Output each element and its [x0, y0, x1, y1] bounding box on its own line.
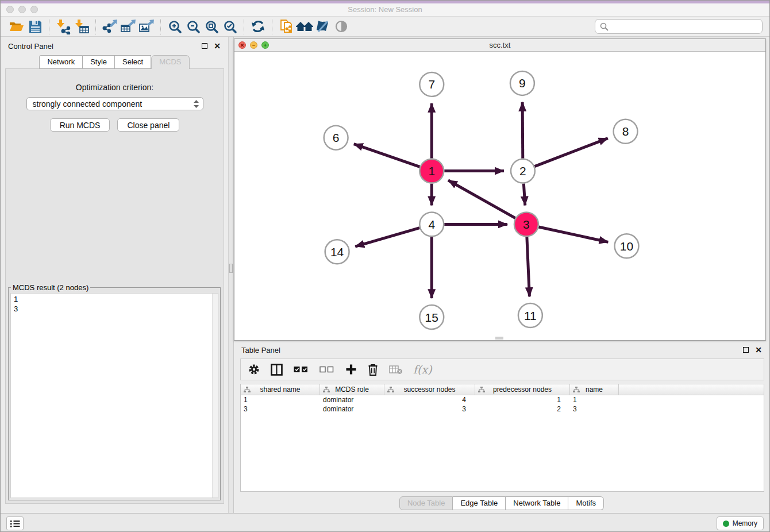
network-graph[interactable]: 7968124314101511 — [234, 52, 765, 340]
network-canvas[interactable]: 7968124314101511 — [234, 52, 765, 340]
network-window-titlebar: ✕ − + scc.txt — [234, 39, 765, 52]
minimize-window-button[interactable] — [18, 6, 26, 13]
open-session-button[interactable] — [7, 18, 26, 35]
table-tab-motifs[interactable]: Motifs — [568, 496, 604, 510]
add-row-button[interactable] — [345, 364, 357, 375]
table-tab-edge-table[interactable]: Edge Table — [453, 496, 506, 510]
panel-splitter[interactable] — [228, 37, 234, 513]
edge-3-10[interactable] — [538, 227, 608, 242]
level-of-detail-button[interactable] — [332, 18, 351, 35]
search-box[interactable] — [595, 19, 763, 34]
toolbar-separator — [160, 19, 161, 34]
import-table-button[interactable] — [72, 18, 91, 35]
table-settings-button[interactable] — [248, 364, 260, 375]
duplicate-network-button[interactable] — [277, 18, 295, 35]
toolbar-separator — [272, 19, 272, 34]
splitter-grip[interactable] — [229, 264, 233, 273]
show-panels-button[interactable] — [6, 516, 24, 530]
cell-shared-name[interactable]: 1 — [241, 395, 320, 404]
trash-icon — [368, 364, 378, 376]
table-tab-network-table[interactable]: Network Table — [506, 496, 568, 510]
column-header-name[interactable]: name — [570, 384, 619, 395]
network-maximize-button[interactable]: + — [261, 41, 269, 49]
optimization-select[interactable]: strongly connected component — [26, 97, 203, 110]
mcds-result-line: 3 — [14, 304, 215, 314]
cell-predecessor-nodes[interactable]: 2 — [475, 404, 570, 414]
table-panel-header: Table Panel ✕ — [234, 342, 769, 357]
cell-name[interactable]: 1 — [570, 395, 619, 404]
import-network-icon — [56, 19, 71, 34]
column-header-predecessor-nodes[interactable]: predecessor nodes — [475, 384, 570, 395]
optimization-select-value: strongly connected component — [33, 99, 143, 109]
cell-name[interactable]: 3 — [570, 404, 619, 414]
column-header-shared-name[interactable]: shared name — [241, 384, 320, 395]
close-window-button[interactable] — [6, 6, 14, 13]
first-neighbors-button[interactable] — [295, 18, 314, 35]
cell-MCDS-role[interactable]: dominator — [320, 404, 384, 414]
hide-graphics-button[interactable] — [314, 18, 332, 35]
export-table-button[interactable] — [119, 18, 137, 35]
delete-row-button[interactable] — [368, 364, 378, 376]
network-close-button[interactable]: ✕ — [238, 41, 246, 49]
table-tab-node-table[interactable]: Node Table — [399, 496, 453, 510]
edge-4-14[interactable] — [355, 228, 419, 247]
control-tab-style[interactable]: Style — [83, 55, 115, 69]
close-table-panel-icon[interactable]: ✕ — [755, 347, 762, 353]
cell-predecessor-nodes[interactable]: 1 — [475, 395, 570, 404]
refresh-view-button[interactable] — [249, 18, 267, 35]
refresh-icon — [251, 19, 265, 34]
export-network-button[interactable] — [101, 18, 119, 35]
save-icon — [29, 20, 42, 33]
cell-shared-name[interactable]: 3 — [241, 404, 320, 414]
control-tab-network[interactable]: Network — [39, 55, 83, 69]
zoom-selected-button[interactable] — [221, 18, 239, 35]
save-session-button[interactable] — [26, 18, 44, 35]
column-header-MCDS-role[interactable]: MCDS role — [320, 384, 384, 395]
search-input[interactable] — [611, 22, 757, 31]
zoom-fit-button[interactable] — [202, 18, 221, 35]
control-tab-mcds[interactable]: MCDS — [151, 55, 189, 69]
table-panel-title: Table Panel — [241, 346, 280, 354]
delete-table-button[interactable] — [389, 365, 402, 374]
column-header-successor-nodes[interactable]: successor nodes — [384, 384, 475, 395]
edge-2-3[interactable] — [523, 184, 525, 206]
run-mcds-button[interactable]: Run MCDS — [50, 118, 110, 132]
mcds-result-box[interactable]: 13 — [10, 293, 218, 498]
zoom-out-button[interactable] — [184, 18, 202, 35]
float-table-panel-icon[interactable] — [743, 347, 749, 353]
float-panel-icon[interactable] — [202, 43, 207, 49]
export-image-button[interactable] — [137, 18, 156, 35]
column-sort-icon — [387, 387, 394, 395]
cell-MCDS-role[interactable]: dominator — [320, 395, 384, 404]
zoom-window-button[interactable] — [30, 6, 38, 13]
table-row[interactable]: 1dominator411 — [241, 395, 764, 404]
result-scrollbar[interactable] — [212, 294, 218, 498]
close-panel-icon[interactable]: ✕ — [214, 43, 221, 49]
deselect-all-button[interactable] — [319, 366, 334, 373]
control-tab-select[interactable]: Select — [115, 55, 151, 69]
mcds-result-title: MCDS result (2 nodes) — [11, 283, 90, 292]
zoom-in-button[interactable] — [165, 18, 184, 35]
table-row[interactable]: 3dominator323 — [241, 404, 764, 414]
import-network-button[interactable] — [54, 18, 72, 35]
function-builder-button[interactable]: f(x) — [413, 363, 432, 376]
network-minimize-button[interactable]: − — [250, 41, 257, 49]
close-panel-button[interactable]: Close panel — [117, 118, 179, 132]
cell-successor-nodes[interactable]: 4 — [384, 395, 475, 404]
edge-2-9[interactable] — [522, 102, 523, 159]
node-label-1: 1 — [428, 164, 435, 178]
show-columns-button[interactable] — [271, 364, 283, 376]
window-controls — [6, 6, 38, 13]
app-window: Session: New Session — [0, 0, 770, 532]
table-panel: Table Panel ✕ — [234, 342, 769, 513]
cell-successor-nodes[interactable]: 3 — [384, 404, 475, 414]
memory-button[interactable]: Memory — [717, 516, 764, 530]
edge-3-1[interactable] — [448, 180, 515, 218]
node-table[interactable]: shared nameMCDS rolesuccessor nodesprede… — [240, 384, 764, 492]
optimization-criterion-label: Optimization criterion: — [6, 83, 224, 92]
select-all-button[interactable] — [294, 366, 309, 373]
edge-1-6[interactable] — [354, 144, 420, 167]
h-scrollbar-thumb[interactable] — [495, 337, 503, 340]
edge-2-8[interactable] — [534, 138, 607, 167]
edge-3-11[interactable] — [527, 237, 530, 296]
